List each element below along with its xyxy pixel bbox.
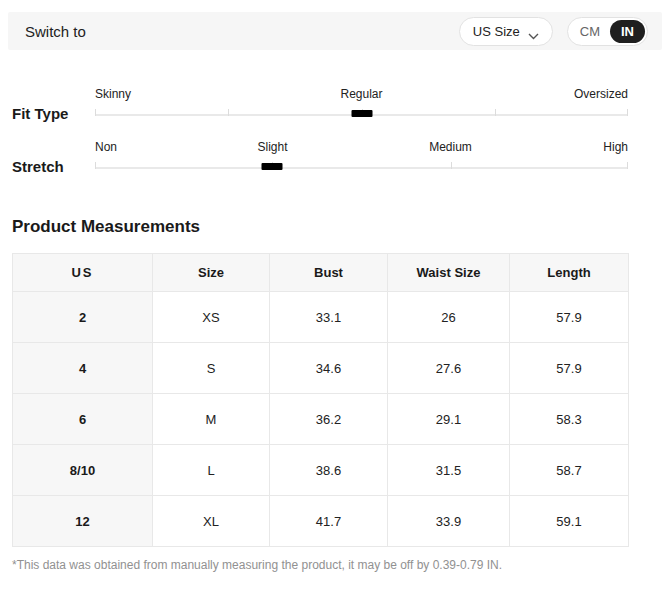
- slider-option-skinny: Skinny: [95, 87, 131, 101]
- slider-tick: [95, 109, 96, 116]
- unit-option-in[interactable]: IN: [610, 20, 645, 43]
- table-row: 12XL41.733.959.1: [13, 496, 629, 547]
- table-cell: 57.9: [510, 343, 629, 394]
- table-cell: 59.1: [510, 496, 629, 547]
- slider-track-stretch: [95, 163, 628, 173]
- slider-option-high: High: [603, 140, 628, 154]
- table-cell: M: [153, 394, 270, 445]
- row-header-us-size: 12: [13, 496, 153, 547]
- table-cell: S: [153, 343, 270, 394]
- unit-option-cm[interactable]: CM: [570, 20, 610, 43]
- fit-sliders: Fit TypeSkinnyRegularOversizedStretchNon…: [12, 87, 628, 173]
- column-header-length: Length: [510, 254, 629, 292]
- chevron-down-icon: [528, 28, 539, 35]
- slider-tick: [228, 109, 229, 116]
- slider-tick: [627, 162, 628, 169]
- slider-labels-fit-type: SkinnyRegularOversized: [95, 87, 628, 101]
- size-standard-label: US Size: [473, 24, 520, 39]
- slider-option-non: Non: [95, 140, 117, 154]
- slider-tick: [451, 162, 452, 169]
- size-standard-dropdown[interactable]: US Size: [459, 17, 553, 46]
- table-cell: XL: [153, 496, 270, 547]
- table-cell: 38.6: [270, 445, 388, 496]
- slider-title-stretch: Stretch: [12, 158, 95, 175]
- slider-option-slight: Slight: [257, 140, 287, 154]
- table-cell: 57.9: [510, 292, 629, 343]
- table-cell: 58.7: [510, 445, 629, 496]
- table-body: 2XS33.12657.94S34.627.657.96M36.229.158.…: [13, 292, 629, 547]
- table-cell: 33.1: [270, 292, 388, 343]
- size-guide-topbar: Switch to US Size CM IN: [8, 12, 662, 50]
- table-cell: 31.5: [388, 445, 510, 496]
- unit-toggle[interactable]: CM IN: [567, 17, 648, 46]
- column-header-waist-size: Waist Size: [388, 254, 510, 292]
- measurement-disclaimer: *This data was obtained from manually me…: [12, 558, 658, 572]
- column-header-size: Size: [153, 254, 270, 292]
- slider-tick: [627, 109, 628, 116]
- slider-marker-fit-type: [351, 110, 372, 117]
- column-header-us: US: [13, 254, 153, 292]
- slider-tick: [495, 109, 496, 116]
- table-cell: 26: [388, 292, 510, 343]
- row-header-us-size: 4: [13, 343, 153, 394]
- table-row: 4S34.627.657.9: [13, 343, 629, 394]
- table-cell: 36.2: [270, 394, 388, 445]
- slider-labels-stretch: NonSlightMediumHigh: [95, 140, 628, 154]
- table-cell: 41.7: [270, 496, 388, 547]
- row-header-us-size: 2: [13, 292, 153, 343]
- slider-track-line: [95, 167, 628, 169]
- slider-title-fit-type: Fit Type: [12, 105, 95, 122]
- slider-row-stretch: StretchNonSlightMediumHigh: [12, 140, 628, 173]
- slider-marker-stretch: [262, 163, 283, 170]
- table-cell: 34.6: [270, 343, 388, 394]
- table-cell: 27.6: [388, 343, 510, 394]
- table-cell: 29.1: [388, 394, 510, 445]
- slider-option-oversized: Oversized: [574, 87, 628, 101]
- table-cell: 58.3: [510, 394, 629, 445]
- product-measurements-title: Product Measurements: [12, 217, 200, 237]
- table-cell: 33.9: [388, 496, 510, 547]
- slider-row-fit-type: Fit TypeSkinnyRegularOversized: [12, 87, 628, 120]
- slider-option-regular: Regular: [340, 87, 382, 101]
- slider-track-fit-type: [95, 110, 628, 120]
- table-cell: L: [153, 445, 270, 496]
- table-cell: XS: [153, 292, 270, 343]
- measurements-table: USSizeBustWaist SizeLength 2XS33.12657.9…: [12, 253, 629, 547]
- table-row: 2XS33.12657.9: [13, 292, 629, 343]
- slider-option-medium: Medium: [429, 140, 472, 154]
- table-row: 8/10L38.631.558.7: [13, 445, 629, 496]
- switch-to-label: Switch to: [25, 23, 86, 40]
- slider-tick: [95, 162, 96, 169]
- row-header-us-size: 6: [13, 394, 153, 445]
- column-header-bust: Bust: [270, 254, 388, 292]
- row-header-us-size: 8/10: [13, 445, 153, 496]
- table-row: 6M36.229.158.3: [13, 394, 629, 445]
- table-header-row: USSizeBustWaist SizeLength: [13, 254, 629, 292]
